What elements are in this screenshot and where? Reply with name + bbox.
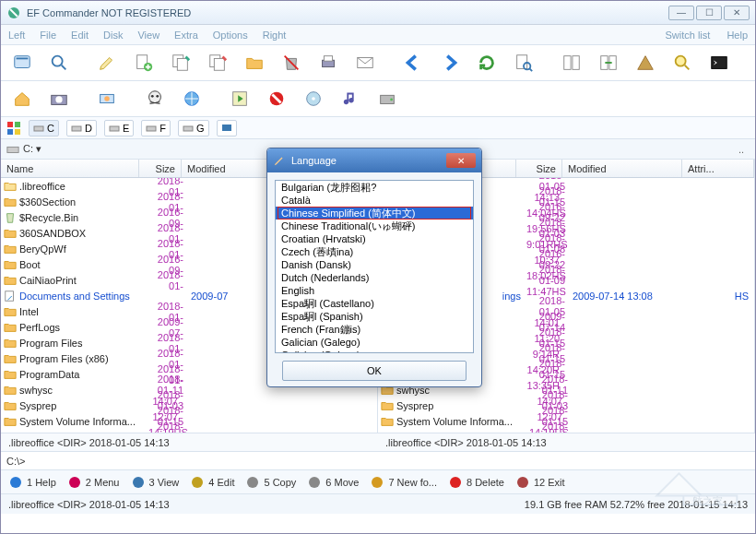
fn-newfo[interactable]: 7 New fo...: [370, 475, 437, 490]
fn-copy[interactable]: 5 Copy: [245, 475, 296, 490]
tool-search[interactable]: [43, 49, 75, 77]
maximize-button[interactable]: ☐: [696, 6, 722, 20]
tool-music[interactable]: [335, 85, 366, 113]
tool-network[interactable]: [91, 85, 123, 113]
menu-right[interactable]: Right: [263, 30, 287, 41]
fn-exit[interactable]: 12 Exit: [515, 475, 565, 490]
tool-edit[interactable]: [91, 49, 123, 77]
dialog-close-button[interactable]: ✕: [446, 153, 476, 168]
language-option[interactable]: Chinese Simplified (简体中文): [276, 207, 473, 220]
language-option[interactable]: Espa駉l (Castellano): [276, 297, 473, 310]
language-dialog: Language ✕ Bulgarian (龙脖囵耜?CatalàChinese…: [266, 148, 482, 387]
language-option[interactable]: Bulgarian (龙脖囵耜?: [276, 181, 473, 194]
tool-properties[interactable]: [6, 49, 38, 77]
tool-back[interactable]: [397, 49, 429, 77]
svg-rect-15: [564, 56, 571, 70]
tool-play[interactable]: [224, 85, 255, 113]
menu-edit[interactable]: Edit: [71, 30, 89, 41]
tool-block[interactable]: [261, 85, 292, 113]
menu-help[interactable]: Help: [726, 30, 748, 41]
toolbar-main: [1, 45, 755, 81]
tool-home[interactable]: [6, 85, 38, 113]
svg-point-47: [10, 477, 21, 488]
menu-extra[interactable]: Extra: [174, 30, 198, 41]
dialog-titlebar[interactable]: Language ✕: [267, 148, 481, 172]
window-title: EF Commander NOT REGISTERED: [27, 7, 191, 18]
col-size[interactable]: Size: [139, 160, 182, 177]
menu-options[interactable]: Options: [213, 30, 248, 41]
tool-sync[interactable]: [593, 49, 624, 77]
svg-point-51: [247, 477, 258, 488]
tool-globe[interactable]: [176, 85, 207, 113]
path-up[interactable]: ..: [733, 144, 750, 155]
menu-switch-list[interactable]: Switch list: [665, 30, 710, 41]
language-option[interactable]: Espa駉l (Spanish): [276, 310, 473, 323]
tool-pyramid[interactable]: [630, 49, 661, 77]
menu-left[interactable]: Left: [8, 30, 25, 41]
tool-find[interactable]: [667, 49, 698, 77]
menu-disk[interactable]: Disk: [103, 30, 123, 41]
svg-point-27: [156, 95, 159, 98]
drive-icon: [6, 143, 19, 156]
tool-newfolder[interactable]: [239, 49, 270, 77]
svg-point-49: [133, 477, 144, 488]
tool-findfile[interactable]: [508, 49, 539, 77]
tool-skull[interactable]: [139, 85, 171, 113]
language-list[interactable]: Bulgarian (龙脖囵耜?CatalàChinese Simplified…: [275, 180, 474, 353]
tool-disk[interactable]: [372, 85, 403, 113]
fn-move[interactable]: 6 Move: [307, 475, 359, 490]
tool-camera[interactable]: [43, 85, 75, 113]
language-option[interactable]: English: [276, 284, 473, 297]
language-option[interactable]: Chinese Traditional(いゅ蝴砰): [276, 220, 473, 232]
tool-forward[interactable]: [434, 49, 466, 77]
svg-rect-43: [183, 126, 193, 131]
language-option[interactable]: Galician (Galego): [276, 336, 473, 349]
tool-compare[interactable]: [556, 49, 587, 77]
language-option[interactable]: Dutch (Nederlands): [276, 271, 473, 284]
menu-view[interactable]: View: [137, 30, 159, 41]
drive-g[interactable]: G: [178, 120, 209, 136]
language-option[interactable]: French (Fran鏰is): [276, 323, 473, 336]
fn-edit[interactable]: 4 Edit: [190, 475, 234, 490]
drive-d[interactable]: D: [66, 120, 97, 136]
drive-c[interactable]: C: [29, 120, 59, 136]
col-attr-r[interactable]: Attri...: [682, 160, 754, 177]
language-option[interactable]: Galician (Galego): [276, 349, 473, 353]
svg-rect-13: [517, 55, 527, 69]
fn-help[interactable]: 1 Help: [8, 475, 56, 490]
fn-view[interactable]: 3 View: [131, 475, 180, 490]
tool-cd[interactable]: [298, 85, 329, 113]
close-button[interactable]: ✕: [724, 6, 750, 20]
dialog-title: Language: [291, 155, 337, 166]
menu-file[interactable]: File: [40, 30, 56, 41]
language-option[interactable]: Danish (Dansk): [276, 258, 473, 271]
app-icon: [6, 6, 21, 20]
tool-console[interactable]: [703, 49, 735, 77]
title-bar: EF Commander NOT REGISTERED — ☐ ✕: [1, 1, 755, 25]
col-mod-r[interactable]: Modified: [562, 160, 682, 177]
language-option[interactable]: Croatian (Hrvatski): [276, 232, 473, 245]
language-option[interactable]: Català: [276, 194, 473, 207]
svg-rect-16: [573, 56, 579, 70]
tool-mail[interactable]: [349, 49, 381, 77]
svg-rect-7: [177, 58, 187, 70]
tool-print[interactable]: [313, 49, 344, 77]
fn-delete[interactable]: 8 Delete: [448, 475, 504, 490]
ok-button[interactable]: OK: [282, 361, 467, 381]
minimize-button[interactable]: —: [668, 6, 694, 20]
drive-e[interactable]: E: [104, 120, 134, 136]
language-option[interactable]: Czech (萫歵ina): [276, 245, 473, 258]
svg-point-52: [309, 477, 320, 488]
tool-move[interactable]: [202, 49, 233, 77]
col-size-r[interactable]: Size: [516, 160, 562, 177]
svg-point-48: [69, 477, 80, 488]
svg-rect-2: [17, 58, 29, 60]
tool-refresh[interactable]: [471, 49, 502, 77]
tool-copy[interactable]: [165, 49, 196, 77]
fn-menu[interactable]: 2 Menu: [67, 475, 120, 490]
drive-desktop[interactable]: [217, 120, 237, 136]
drive-f[interactable]: F: [141, 120, 171, 136]
tool-new[interactable]: [128, 49, 159, 77]
tool-delete[interactable]: [276, 49, 307, 77]
col-name[interactable]: Name: [1, 160, 139, 177]
